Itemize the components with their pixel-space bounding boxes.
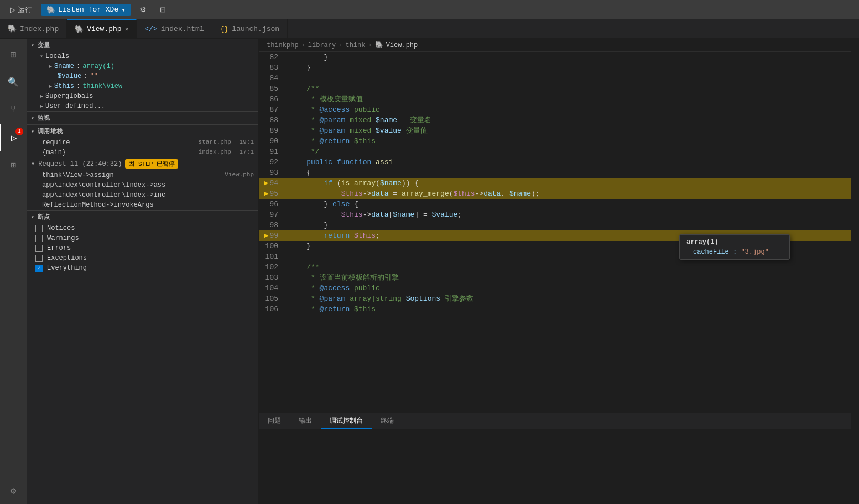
- callstack-header[interactable]: ▾ 调用堆栈: [27, 125, 258, 138]
- php-icon: 🐘: [46, 6, 55, 14]
- paused-badge: 因 STEP 已暂停: [125, 159, 178, 169]
- code-line-82: 82 }: [259, 52, 851, 62]
- settings-button[interactable]: ⚙: [0, 477, 27, 504]
- dropdown-arrow: ▾: [121, 6, 126, 14]
- code-line-85: 85 /**: [259, 83, 851, 94]
- more-button[interactable]: ⊡: [155, 4, 170, 15]
- watch-header[interactable]: ▾ 监视: [27, 112, 258, 124]
- tab-view-php[interactable]: 🐘 View.php ✕: [67, 19, 137, 38]
- code-line-87: 87 * @access public: [259, 104, 851, 115]
- request-frame-header[interactable]: ▾ Request 11 (22:40:32) 因 STEP 已暂停: [27, 158, 258, 170]
- bp-warnings-checkbox[interactable]: [35, 235, 43, 242]
- files-icon: ⊞: [11, 49, 17, 61]
- code-line-94: ▶94 if (is_array($name)) {: [259, 178, 851, 188]
- code-table: 82 }83 }84 85 /**86 * 模板变量赋值87 * @access…: [259, 52, 851, 314]
- bp-exceptions[interactable]: Exceptions: [27, 253, 258, 263]
- html-icon: </>: [144, 25, 157, 33]
- bottom-tab-bar: 问题 输出 调试控制台 终端: [259, 413, 851, 429]
- stack-item[interactable]: {main} index.php 17:1: [27, 148, 258, 158]
- superglobals-item[interactable]: ▶ Superglobals: [27, 91, 258, 101]
- stack-item[interactable]: require start.php 19:1: [27, 138, 258, 148]
- var-value-item[interactable]: $value : "": [27, 71, 258, 81]
- activity-debug[interactable]: ▷ 1: [0, 124, 27, 151]
- gear-button[interactable]: ⚙: [136, 4, 151, 15]
- bp-everything-checkbox[interactable]: ✓: [35, 265, 43, 272]
- userdefined-item[interactable]: ▶ User defined...: [27, 101, 258, 111]
- variables-header[interactable]: ▾ 变量: [27, 39, 258, 51]
- chevron-right-icon: ▶: [40, 103, 43, 109]
- listen-button[interactable]: 🐘 Listen for XDe ▾: [41, 4, 131, 16]
- run-icon: ▷: [10, 6, 15, 14]
- chevron-down-icon: ▾: [31, 115, 35, 122]
- tab-index-php[interactable]: 🐘 Index.php: [0, 19, 67, 38]
- editor-area: thinkphp › library › think › 🐘 View.php …: [259, 39, 851, 504]
- chevron-right-icon: ▶: [49, 63, 52, 70]
- gear-icon: ⚙: [140, 6, 147, 14]
- tab-bar: 🐘 Index.php 🐘 View.php ✕ </> index.html …: [0, 19, 859, 39]
- tab-index-html[interactable]: </> index.html: [137, 19, 212, 38]
- code-line-93: 93 {: [259, 167, 851, 178]
- bp-everything[interactable]: ✓ Everything: [27, 263, 258, 273]
- hover-tooltip: array(1) cacheFile : "3.jpg": [679, 234, 790, 260]
- bp-errors-checkbox[interactable]: [35, 245, 43, 252]
- code-line-106: 106 * @return $this: [259, 304, 851, 314]
- watch-section: ▾ 监视: [27, 112, 258, 125]
- chevron-right-icon: ▶: [49, 83, 52, 90]
- code-line-89: 89 * @param mixed $value 变量值: [259, 125, 851, 136]
- tab-launch-json[interactable]: {} launch.json: [212, 19, 288, 38]
- code-line-97: 97 $this->data[$name] = $value;: [259, 209, 851, 220]
- tab-problems[interactable]: 问题: [259, 413, 290, 429]
- bp-errors[interactable]: Errors: [27, 243, 258, 253]
- extensions-icon: ⊞: [11, 160, 16, 171]
- var-name-item[interactable]: ▶ $name : array(1): [27, 61, 258, 71]
- activity-scm[interactable]: ⑂: [0, 97, 27, 123]
- breakpoints-header[interactable]: ▾ 断点: [27, 211, 258, 223]
- bottom-panel: 问题 输出 调试控制台 终端: [259, 413, 851, 504]
- stack-item-assign[interactable]: think\View->assign View.php: [27, 170, 258, 180]
- search-icon: 🔍: [8, 77, 19, 88]
- activity-explorer[interactable]: ⊞: [0, 41, 27, 68]
- code-line-90: 90 * @return $this: [259, 136, 851, 146]
- source-control-icon: ⑂: [11, 105, 16, 115]
- debug-arrow-icon: ▶: [264, 188, 269, 199]
- code-line-98: 98 }: [259, 220, 851, 230]
- bp-notices-checkbox[interactable]: [35, 225, 43, 232]
- more-icon: ⊡: [160, 6, 166, 14]
- bp-exceptions-checkbox[interactable]: [35, 255, 43, 262]
- code-editor[interactable]: 82 }83 }84 85 /**86 * 模板变量赋值87 * @access…: [259, 52, 851, 413]
- tooltip-title: array(1): [686, 238, 783, 246]
- settings-icon: ⚙: [11, 485, 17, 497]
- right-gutter: [851, 39, 859, 504]
- run-button[interactable]: ▷ 运行: [6, 3, 37, 17]
- variables-section: ▾ 变量 ▾ Locals ▶ $name : array(1) $value …: [27, 39, 258, 112]
- tab-debug-console[interactable]: 调试控制台: [321, 413, 372, 429]
- bp-warnings[interactable]: Warnings: [27, 233, 258, 243]
- code-line-102: 102 /**: [259, 262, 851, 272]
- chevron-down-icon: ▾: [31, 42, 35, 49]
- activity-extensions[interactable]: ⊞: [0, 152, 27, 179]
- tab-output[interactable]: 输出: [290, 413, 321, 429]
- callstack-section: ▾ 调用堆栈 require start.php 19:1 {main} ind…: [27, 125, 258, 211]
- var-this-item[interactable]: ▶ $this : think\View: [27, 81, 258, 91]
- activity-bar: ⊞ 🔍 ⑂ ▷ 1 ⊞ ⚙: [0, 39, 27, 504]
- php-icon: 🐘: [75, 25, 84, 34]
- code-line-96: 96 } else {: [259, 199, 851, 209]
- chevron-right-icon: ▾: [40, 53, 43, 60]
- close-icon[interactable]: ✕: [125, 25, 129, 33]
- bottom-content: [259, 429, 851, 504]
- chevron-down-icon: ▾: [31, 128, 35, 135]
- code-line-83: 83 }: [259, 62, 851, 73]
- debug-badge: 1: [15, 128, 23, 135]
- code-line-91: 91 */: [259, 146, 851, 157]
- code-line-103: 103 * 设置当前模板解析的引擎: [259, 272, 851, 283]
- activity-search[interactable]: 🔍: [0, 69, 27, 96]
- tab-terminal[interactable]: 终端: [372, 413, 403, 429]
- bp-notices[interactable]: Notices: [27, 223, 258, 233]
- breakpoints-section: ▾ 断点 Notices Warnings Errors Excep: [27, 211, 258, 504]
- locals-item[interactable]: ▾ Locals: [27, 51, 258, 61]
- toolbar: ▷ 运行 🐘 Listen for XDe ▾ ⚙ ⊡: [0, 0, 859, 19]
- stack-item-reflection[interactable]: ReflectionMethod->invokeArgs: [27, 200, 258, 210]
- stack-item-index-ass[interactable]: app\index\controller\Index->ass: [27, 180, 258, 190]
- code-line-88: 88 * @param mixed $name 变量名: [259, 115, 851, 125]
- stack-item-index-inc[interactable]: app\index\controller\Index->inc: [27, 190, 258, 200]
